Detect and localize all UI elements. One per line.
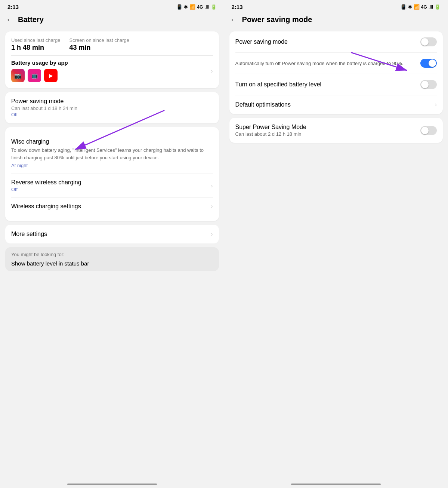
turn-on-level-row[interactable]: Turn on at specified battery level [235, 74, 437, 95]
more-settings-title: More settings [11, 231, 208, 237]
wise-charging-item[interactable]: Wise charging To slow down battery aging… [11, 133, 213, 174]
super-power-toggle[interactable] [420, 126, 437, 135]
right-content: Power saving mode Automatically turn off… [224, 28, 448, 481]
power-saving-toggle[interactable] [420, 37, 437, 46]
battery-usage-title: Battery usage by app [11, 59, 211, 66]
super-power-row: Super Power Saving Mode Can last about 2… [235, 124, 437, 137]
wifi-icon: 📶 [189, 4, 195, 10]
used-since-stat: Used since last charge 1 h 48 min [11, 37, 61, 52]
more-settings-card[interactable]: More settings › [5, 225, 219, 243]
right-battery-icon: 🔋 [435, 4, 441, 10]
stats-card: Used since last charge 1 h 48 min Screen… [5, 31, 219, 88]
left-top-bar: ← Battery [0, 12, 224, 28]
right-back-button[interactable]: ← [230, 15, 238, 24]
auto-turn-off-description: Automatically turn off Power saving mode… [235, 60, 416, 67]
right-signal-icon: 4G [421, 4, 427, 10]
reverse-wireless-status: Off [11, 187, 208, 192]
super-power-content: Super Power Saving Mode Can last about 2… [235, 124, 421, 137]
battery-icon: 🔋 [211, 4, 217, 10]
right-status-time: 2:13 [232, 4, 243, 10]
auto-turn-off-toggle[interactable] [420, 59, 437, 68]
battery-usage-chevron: › [211, 68, 213, 74]
left-status-icons: 📳 ✱ 📶 4G .lll 🔋 [176, 4, 216, 10]
left-status-time: 2:13 [7, 4, 19, 10]
default-optimisations-title: Default optimisations [235, 101, 432, 108]
left-home-indicator [67, 484, 157, 485]
battery-usage-row[interactable]: Battery usage by app 📷 📺 ▶ [11, 59, 213, 82]
left-panel: 2:13 📳 ✱ 📶 4G .lll 🔋 ← Battery Used sinc… [0, 0, 224, 488]
app-icons-row: 📷 📺 ▶ [11, 69, 211, 82]
suggestion-label: You might be looking for: [11, 252, 213, 257]
wireless-settings-item[interactable]: Wireless charging settings › [11, 198, 213, 215]
right-signal-bars-icon: .lll [429, 4, 433, 10]
left-content: Used since last charge 1 h 48 min Screen… [0, 28, 224, 481]
suggestion-item[interactable]: Show battery level in status bar [11, 260, 213, 267]
super-power-title: Super Power Saving Mode [235, 124, 421, 131]
power-saving-card[interactable]: Power saving mode Can last about 1 d 18 … [5, 92, 219, 123]
vibrate-icon: 📳 [176, 4, 182, 10]
auto-turn-off-row[interactable]: Automatically turn off Power saving mode… [235, 53, 437, 74]
screen-on-label: Screen on since last charge [69, 37, 129, 43]
right-page-title: Power saving mode [242, 15, 312, 24]
reverse-wireless-title: Reverse wireless charging [11, 179, 208, 186]
turn-on-level-title: Turn on at specified battery level [235, 81, 421, 88]
ps-toggle-title: Power saving mode [235, 39, 421, 45]
wireless-settings-title: Wireless charging settings [11, 203, 208, 210]
default-optimisations-row[interactable]: Default optimisations › [235, 95, 437, 114]
signal-bars-icon: .lll [204, 4, 209, 10]
reverse-wireless-chevron: › [211, 182, 213, 189]
used-since-value: 1 h 48 min [11, 44, 61, 52]
reverse-wireless-item[interactable]: Reverse wireless charging Off › [11, 174, 213, 198]
more-settings-chevron: › [211, 231, 213, 237]
used-since-label: Used since last charge [11, 37, 61, 43]
right-status-bar: 2:13 📳 ✱ 📶 4G .lll 🔋 [224, 0, 448, 12]
tv-app-icon: 📺 [28, 69, 41, 82]
power-saving-status: Off [11, 112, 213, 117]
right-bluetooth-icon: ✱ [408, 4, 412, 10]
power-saving-subtitle: Can last about 1 d 18 h 24 min [11, 105, 213, 111]
power-saving-toggle-row[interactable]: Power saving mode [235, 31, 437, 53]
wireless-settings-chevron: › [211, 203, 213, 210]
left-status-bar: 2:13 📳 ✱ 📶 4G .lll 🔋 [0, 0, 224, 12]
instagram-icon: 📷 [11, 69, 25, 82]
suggestion-card: You might be looking for: Show battery l… [5, 247, 219, 271]
turn-on-level-toggle[interactable] [420, 80, 437, 89]
right-vibrate-icon: 📳 [401, 4, 407, 10]
left-page-title: Battery [18, 15, 44, 24]
wise-charging-description: To slow down battery aging, "Intelligent… [11, 147, 213, 161]
super-power-subtitle: Can last about 2 d 12 h 18 min [235, 131, 421, 137]
youtube-icon: ▶ [44, 69, 58, 82]
super-power-card[interactable]: Super Power Saving Mode Can last about 2… [229, 118, 443, 143]
bluetooth-icon: ✱ [184, 4, 188, 10]
power-saving-settings-card: Power saving mode Automatically turn off… [229, 31, 443, 114]
screen-on-stat: Screen on since last charge 43 min [69, 37, 129, 52]
wise-charging-title: Wise charging [11, 138, 213, 145]
power-saving-title: Power saving mode [11, 98, 213, 105]
default-optimisations-chevron: › [435, 101, 437, 108]
signal-icon: 4G [197, 4, 203, 10]
screen-on-value: 43 min [69, 44, 129, 52]
wise-charging-status: At night [11, 163, 213, 168]
right-top-bar: ← Power saving mode [224, 12, 448, 28]
right-wifi-icon: 📶 [414, 4, 420, 10]
right-home-indicator [291, 484, 381, 485]
charging-card: Wise charging To slow down battery aging… [5, 127, 219, 221]
right-status-icons: 📳 ✱ 📶 4G .lll 🔋 [401, 4, 441, 10]
right-panel: 2:13 📳 ✱ 📶 4G .lll 🔋 ← Power saving mode… [224, 0, 448, 488]
left-back-button[interactable]: ← [6, 15, 13, 24]
